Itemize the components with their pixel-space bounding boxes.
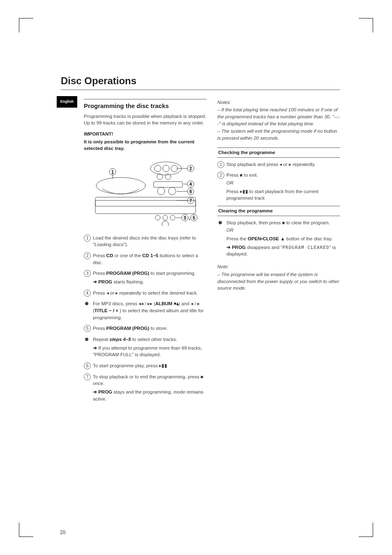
svg-text:3: 3 xyxy=(184,216,186,220)
right-column: Notes: – If the total playing time reach… xyxy=(217,97,340,407)
subheading-programming: Programming the disc tracks xyxy=(84,99,207,111)
clear-note: – The programme will be erased if the sy… xyxy=(217,271,340,292)
t: PROGRAM (PROG) xyxy=(106,326,150,331)
result-arrow-icon: ➜ xyxy=(93,389,98,394)
step-3: 3 Press PROGRAM (PROG) to start programm… xyxy=(84,270,207,285)
page-content: Disc Operations English Programming the … xyxy=(29,29,363,526)
left-column: Programming the disc tracks Programming … xyxy=(84,97,207,407)
t: ALBUM ▾▴ xyxy=(155,301,179,306)
svg-point-12 xyxy=(155,215,160,220)
t: Repeat xyxy=(93,337,109,342)
intro-text: Programming tracks is possible when play… xyxy=(84,113,207,127)
t: PROGRAM CLEARED xyxy=(282,245,329,250)
step-1-text: Load the desired discs into the disc tra… xyxy=(93,235,196,247)
step-6-text: To start programme play, press ▸▮▮ xyxy=(93,363,167,368)
check-step-2: 2 Press ■ to exit. OR Press ▸▮▮ to start… xyxy=(217,172,340,202)
svg-point-10 xyxy=(157,187,165,195)
svg-text:1: 1 xyxy=(111,170,114,174)
svg-point-14 xyxy=(170,215,175,220)
note-label: Note: xyxy=(217,263,340,270)
check-step-1: 1 Stop playback and press ◂ or ▸ repeate… xyxy=(217,161,340,168)
svg-point-4 xyxy=(163,165,169,172)
clearing-heading: Clearing the programme xyxy=(217,206,340,216)
svg-text:2: 2 xyxy=(189,166,192,171)
checking-heading: Checking the programme xyxy=(217,147,340,158)
page-title: Disc Operations xyxy=(61,74,340,90)
svg-text:4: 4 xyxy=(189,182,192,187)
clear-bullet: Stop playback, then press ■ to clear the… xyxy=(217,219,340,258)
result-arrow-icon: ➜ xyxy=(93,345,98,350)
step-7: 7 To stop playback or to end the program… xyxy=(84,373,207,403)
t: PROG xyxy=(98,389,112,394)
result-arrow-icon: ➜ xyxy=(226,245,232,250)
step-5: 5 Press PROGRAM (PROG) to store. xyxy=(84,325,207,332)
svg-text:7: 7 xyxy=(189,198,192,203)
svg-point-15 xyxy=(162,221,168,226)
svg-point-3 xyxy=(154,165,161,172)
or-label: OR xyxy=(226,180,340,187)
t: Press xyxy=(93,326,106,331)
note-1: – If the total playing time reached 100 … xyxy=(217,106,340,127)
t: Stop playback and press ◂ or ▸ repeatedl… xyxy=(226,162,316,167)
t: For MP3 discs, press ◂◂ / ▸▸ ( xyxy=(93,301,155,306)
t: or one of the xyxy=(113,253,142,258)
bullet-mp3: For MP3 discs, press ◂◂ / ▸▸ (ALBUM ▾▴) … xyxy=(84,300,207,321)
t: PROG xyxy=(232,245,246,250)
t: Stop playback, then press ■ to clear the… xyxy=(226,220,330,225)
svg-rect-9 xyxy=(154,182,182,187)
t: to store. xyxy=(149,326,168,331)
t: starts flashing. xyxy=(112,279,144,284)
svg-point-8 xyxy=(165,174,171,180)
svg-rect-1 xyxy=(95,197,196,214)
t: Press xyxy=(93,271,106,276)
t: button of the disc tray. xyxy=(285,236,333,241)
t: disappears and " xyxy=(246,245,282,250)
t: to select other tracks. xyxy=(131,337,178,342)
step-2: 2 Press CD or one of the CD 1~5 buttons … xyxy=(84,252,207,266)
device-figure: 1 2 4 6 7 3 , 5 xyxy=(92,156,199,228)
t: OPEN•CLOSE ▲ xyxy=(248,236,285,241)
step-7-text: To stop playback or to end the programmi… xyxy=(93,374,203,386)
or-label: OR xyxy=(226,227,340,234)
note-2: – The system will exit the programming m… xyxy=(217,128,340,141)
svg-text:5: 5 xyxy=(193,216,195,220)
t: PROG xyxy=(98,279,112,284)
t: Press the xyxy=(226,236,248,241)
step-4-text: Press ◂ or ▸ repeatedly to select the de… xyxy=(93,290,198,295)
language-tab: English xyxy=(57,96,77,108)
step-1: 1 Load the desired discs into the disc t… xyxy=(84,235,207,248)
result-arrow-icon: ➜ xyxy=(93,279,98,284)
svg-point-5 xyxy=(171,165,178,172)
step-4: 4 Press ◂ or ▸ repeatedly to select the … xyxy=(84,290,207,297)
t: Press ■ to exit. xyxy=(226,173,258,177)
svg-text:6: 6 xyxy=(189,189,192,194)
t: Press xyxy=(93,253,106,258)
bullet-repeat: Repeat steps 4–5 to select other tracks.… xyxy=(84,336,207,358)
t: CD 1~5 xyxy=(142,253,158,258)
t: Press ▸▮▮ to start playback from the cur… xyxy=(226,188,340,202)
svg-point-0 xyxy=(96,177,145,194)
t: PROGRAM (PROG) xyxy=(106,271,150,276)
svg-point-11 xyxy=(168,187,176,195)
svg-rect-2 xyxy=(95,200,196,206)
t: If you attempt to programme more than 99… xyxy=(93,345,202,357)
svg-text:,: , xyxy=(189,216,190,220)
important-label: IMPORTANT! xyxy=(84,131,207,138)
notes-label: Notes: xyxy=(217,99,340,106)
svg-point-13 xyxy=(163,215,168,220)
step-6: 6 To start programme play, press ▸▮▮ xyxy=(84,362,207,369)
t: TITLE − / + xyxy=(95,308,118,313)
t: to start programming. xyxy=(149,271,195,276)
t: steps 4–5 xyxy=(109,337,131,342)
page-number: 20 xyxy=(60,529,65,536)
t: CD xyxy=(106,253,113,258)
important-text: It is only possible to programme from th… xyxy=(84,138,207,152)
